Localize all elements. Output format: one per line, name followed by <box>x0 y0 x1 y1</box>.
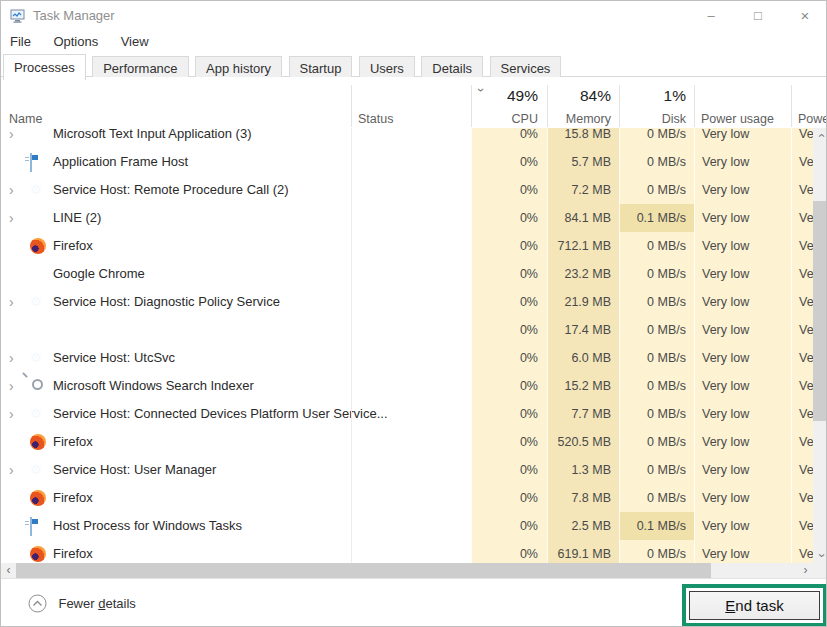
fewer-details-button[interactable]: Fewer details <box>28 594 136 614</box>
cpu-cell: 0% <box>471 128 547 148</box>
status-cell <box>351 540 471 563</box>
column-header-power-trend[interactable]: Powe <box>798 112 827 126</box>
horizontal-scrollbar[interactable]: ‹ › <box>1 563 813 578</box>
process-row[interactable]: › Microsoft Windows Search Indexer 0% 15… <box>1 372 813 400</box>
process-name: Google Chrome <box>53 260 145 288</box>
maximize-icon[interactable]: □ <box>741 1 775 31</box>
power-usage-cell: Very low <box>694 400 791 428</box>
title-bar: Task Manager – □ × <box>1 1 826 31</box>
disk-cell: 0 MB/s <box>619 372 694 400</box>
column-header-disk[interactable]: Disk <box>619 112 686 126</box>
process-row[interactable]: › Microsoft Text Input Application (3) 0… <box>1 128 813 148</box>
process-icon <box>30 238 46 254</box>
menu-file[interactable]: File <box>1 31 40 49</box>
scroll-down-icon[interactable]: › <box>813 548 827 563</box>
process-row[interactable]: Firefox 0% 7.8 MB 0 MB/s Very low Ve <box>1 484 813 512</box>
cpu-cell: 0% <box>471 260 547 288</box>
column-header-memory[interactable]: Memory <box>547 112 611 126</box>
process-row[interactable]: › Service Host: Connected Devices Platfo… <box>1 400 813 428</box>
process-row[interactable]: Google Chrome 0% 23.2 MB 0 MB/s Very low… <box>1 260 813 288</box>
process-row[interactable]: Application Frame Host 0% 5.7 MB 0 MB/s … <box>1 148 813 176</box>
vertical-scrollbar[interactable]: ‹ › <box>813 128 827 563</box>
process-row[interactable]: Host Process for Windows Tasks 0% 2.5 MB… <box>1 512 813 540</box>
expand-chevron-icon[interactable]: › <box>9 128 23 148</box>
disk-cell: 0 MB/s <box>619 128 694 148</box>
column-header-row: › Name Status 49% CPU 84% Memory 1% Disk… <box>1 77 826 128</box>
process-row[interactable]: Firefox 0% 619.1 MB 0 MB/s Very low Ve <box>1 540 813 563</box>
power-trend-cell: Ve <box>791 204 813 232</box>
scroll-left-icon[interactable]: ‹ <box>1 563 16 578</box>
scroll-up-icon[interactable]: ‹ <box>813 128 827 143</box>
process-icon <box>30 517 32 536</box>
status-cell <box>351 148 471 176</box>
process-row[interactable]: 0% 17.4 MB 0 MB/s Very low Ve <box>1 316 813 344</box>
column-header-cpu[interactable]: CPU <box>471 112 538 126</box>
power-usage-cell: Very low <box>694 540 791 563</box>
tab-app-history[interactable]: App history <box>195 56 282 79</box>
column-header-name[interactable]: Name <box>9 112 42 126</box>
power-usage-cell: Very low <box>694 372 791 400</box>
process-icon <box>30 434 46 450</box>
process-name: Firefox <box>53 540 93 563</box>
memory-cell: 7.2 MB <box>547 176 619 204</box>
power-trend-cell: Ve <box>791 540 813 563</box>
status-cell <box>351 456 471 484</box>
power-trend-cell: Ve <box>791 260 813 288</box>
cpu-cell: 0% <box>471 232 547 260</box>
process-icon <box>30 546 46 562</box>
status-cell <box>351 232 471 260</box>
process-name: Service Host: Diagnostic Policy Service <box>53 288 280 316</box>
process-icon <box>30 322 46 338</box>
process-row[interactable]: › Service Host: Remote Procedure Call (2… <box>1 176 813 204</box>
status-cell <box>351 176 471 204</box>
vertical-scrollbar-thumb[interactable] <box>813 201 827 421</box>
process-row[interactable]: Firefox 0% 520.5 MB 0 MB/s Very low Ve <box>1 428 813 456</box>
column-header-status[interactable]: Status <box>358 112 393 126</box>
expand-chevron-icon[interactable]: › <box>9 400 23 428</box>
process-row[interactable]: › LINE (2) 0% 84.1 MB 0.1 MB/s Very low … <box>1 204 813 232</box>
end-task-button[interactable]: End task <box>689 591 820 620</box>
close-icon[interactable]: × <box>788 1 822 31</box>
disk-cell: 0 MB/s <box>619 288 694 316</box>
expand-chevron-icon[interactable]: › <box>9 288 23 316</box>
scroll-right-icon[interactable]: › <box>798 563 813 578</box>
expand-chevron-icon[interactable]: › <box>9 176 23 204</box>
status-cell <box>351 372 471 400</box>
window-title: Task Manager <box>33 8 115 23</box>
disk-cell: 0 MB/s <box>619 400 694 428</box>
tab-details[interactable]: Details <box>421 56 483 79</box>
power-trend-cell: Ve <box>791 400 813 428</box>
tab-strip: Processes Performance App history Startu… <box>1 53 826 77</box>
tab-startup[interactable]: Startup <box>289 56 353 79</box>
tab-processes[interactable]: Processes <box>3 54 86 80</box>
process-name: Service Host: Remote Procedure Call (2) <box>53 176 289 204</box>
process-name: LINE (2) <box>53 204 101 232</box>
process-row[interactable]: › Service Host: User Manager 0% 1.3 MB 0… <box>1 456 813 484</box>
power-usage-cell: Very low <box>694 232 791 260</box>
process-name: Firefox <box>53 232 93 260</box>
horizontal-scrollbar-thumb[interactable] <box>16 563 711 578</box>
expand-chevron-icon[interactable]: › <box>9 456 23 484</box>
expand-chevron-icon[interactable]: › <box>9 204 23 232</box>
menu-view[interactable]: View <box>112 31 158 49</box>
tab-services[interactable]: Services <box>490 56 562 79</box>
memory-cell: 21.9 MB <box>547 288 619 316</box>
power-trend-cell: Ve <box>791 176 813 204</box>
menu-options[interactable]: Options <box>44 31 107 49</box>
power-usage-cell: Very low <box>694 344 791 372</box>
memory-cell: 23.2 MB <box>547 260 619 288</box>
minimize-icon[interactable]: – <box>694 1 728 31</box>
scrollbar-corner <box>813 563 827 578</box>
expand-chevron-icon[interactable]: › <box>9 372 23 400</box>
cpu-total-percent: 49% <box>471 87 538 105</box>
memory-cell: 84.1 MB <box>547 204 619 232</box>
tab-users[interactable]: Users <box>359 56 415 79</box>
tab-performance[interactable]: Performance <box>92 56 188 79</box>
process-row[interactable]: › Service Host: UtcSvc 0% 6.0 MB 0 MB/s … <box>1 344 813 372</box>
process-row[interactable]: Firefox 0% 712.1 MB 0 MB/s Very low Ve <box>1 232 813 260</box>
memory-cell: 520.5 MB <box>547 428 619 456</box>
process-row[interactable]: › Service Host: Diagnostic Policy Servic… <box>1 288 813 316</box>
column-header-power-usage[interactable]: Power usage <box>701 112 774 126</box>
expand-chevron-icon[interactable]: › <box>9 344 23 372</box>
power-trend-cell: Ve <box>791 316 813 344</box>
